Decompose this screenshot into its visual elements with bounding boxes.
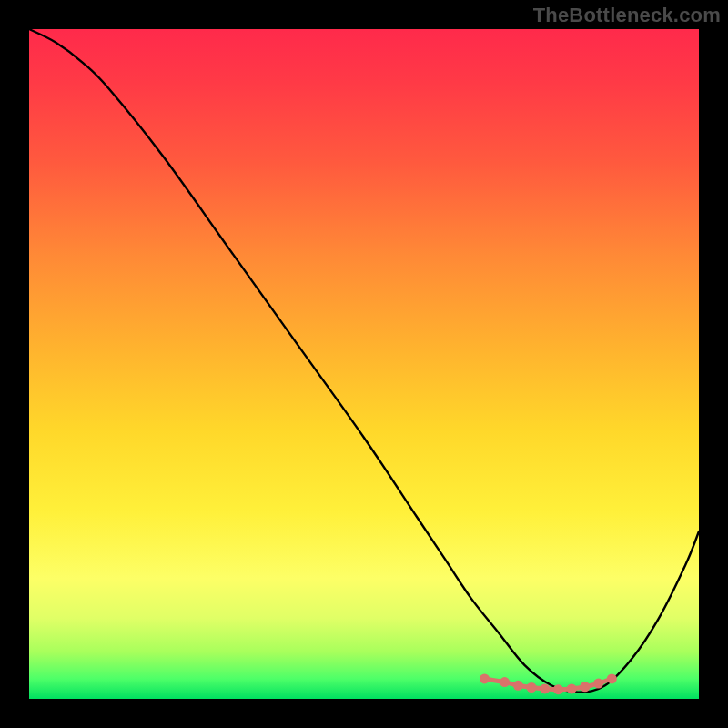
optimal-zone-dot xyxy=(580,682,590,692)
optimal-zone-dot xyxy=(513,681,523,691)
optimal-zone-dot xyxy=(593,679,603,689)
plot-area xyxy=(29,29,699,699)
optimal-zone-dot xyxy=(480,673,490,683)
watermark-text: TheBottleneck.com xyxy=(533,4,721,27)
optimal-zone-dot xyxy=(607,673,617,683)
optimal-zone-dot xyxy=(553,684,563,694)
bottleneck-curve xyxy=(29,29,699,693)
optimal-zone-dot xyxy=(540,683,550,693)
optimal-zone-dot xyxy=(567,683,577,693)
optimal-zone-dot xyxy=(500,677,510,687)
chart-svg xyxy=(29,29,699,699)
optimal-zone-dot xyxy=(527,682,537,693)
chart-frame: TheBottleneck.com xyxy=(0,0,728,728)
